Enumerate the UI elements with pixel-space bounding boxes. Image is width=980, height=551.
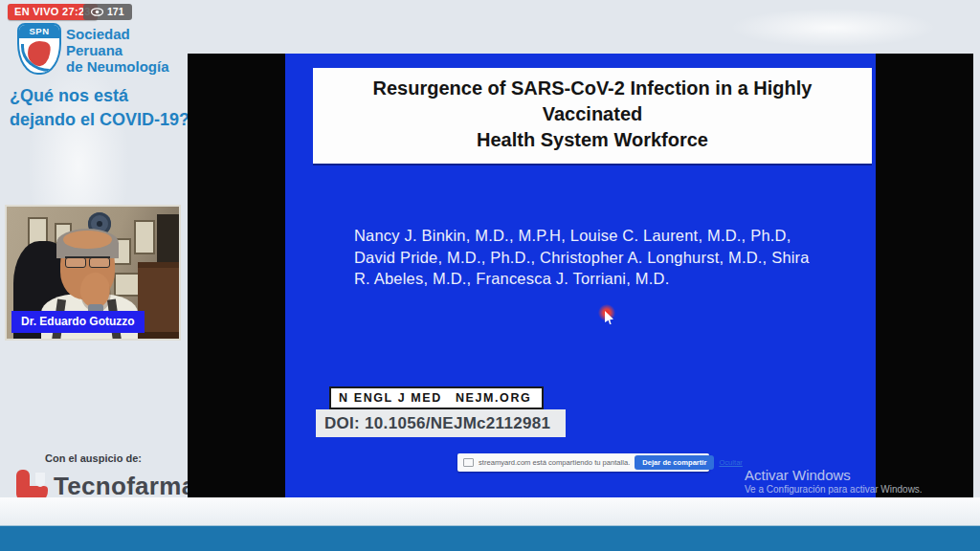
spn-acronym: SPN: [19, 25, 59, 38]
viewer-count: 171: [107, 6, 124, 17]
journal-site: NEJM.ORG: [456, 391, 531, 405]
windows-activation-watermark-subtitle: Ve a Configuración para activar Windows.: [745, 484, 923, 495]
footer-bar: [0, 525, 980, 551]
event-tagline: ¿Qué nos está dejando el COVID-19?: [10, 84, 189, 132]
org-name: Sociedad Peruana de Neumología: [66, 26, 169, 75]
org-name-line: Peruana: [66, 42, 169, 58]
sponsor-heading: Con el auspicio de:: [0, 452, 187, 464]
event-tagline-line: ¿Qué nos está: [10, 84, 189, 108]
journal-reference: N ENGL J MED NEJM.ORG: [329, 386, 544, 409]
logo-shape: [35, 473, 45, 487]
viewer-count-badge: 171: [83, 4, 132, 20]
livestream-frame: EN VIVO 27:23 171 SPN Sociedad Peruana d…: [0, 0, 980, 551]
spn-logo-icon: SPN: [17, 23, 61, 75]
speaker-glasses: [65, 256, 110, 269]
windows-activation-watermark-title: Activar Windows: [745, 467, 851, 483]
wall-frame: [134, 220, 155, 254]
eye-icon: [91, 8, 103, 16]
slide-authors: Nancy J. Binkin, M.D., M.P.H, Louise C. …: [354, 225, 833, 290]
share-message: streamyard.com está compartiendo tu pant…: [479, 458, 630, 467]
logo-swoosh: [21, 44, 53, 72]
author-line: David Pride, M.D., Ph.D., Christopher A.…: [354, 247, 833, 269]
speaker-name-label: Dr. Eduardo Gotuzzo: [11, 311, 145, 333]
slide-title-line: Health System Workforce: [324, 127, 860, 153]
event-tagline-line: dejando el COVID-19?: [10, 108, 189, 132]
doi-reference: DOI: 10.1056/NEJMc2112981: [316, 409, 566, 437]
journal-name: N ENGL J MED: [339, 391, 442, 405]
bookshelf: [157, 214, 179, 267]
slide-title-line: Resurgence of SARS-CoV-2 Infection in a …: [324, 76, 860, 127]
screen-share-notification-bar: streamyard.com está compartiendo tu pant…: [457, 453, 709, 472]
stop-sharing-button[interactable]: Dejar de compartir: [635, 455, 714, 470]
org-name-line: de Neumología: [66, 58, 169, 75]
org-name-line: Sociedad: [66, 26, 169, 42]
monitor-icon: [463, 458, 474, 467]
slide-title: Resurgence of SARS-CoV-2 Infection in a …: [313, 68, 872, 164]
author-line: R. Abeles, M.D., Francesca J. Torriani, …: [354, 268, 833, 290]
presentation-slide: Resurgence of SARS-CoV-2 Infection in a …: [285, 54, 876, 497]
author-line: Nancy J. Binkin, M.D., M.P.H, Louise C. …: [354, 225, 833, 247]
hide-link[interactable]: Ocultar: [719, 458, 742, 467]
speaker-webcam-video: Dr. Eduardo Gotuzzo: [5, 205, 181, 341]
speaker-forehead: [63, 231, 111, 249]
bottom-light-band: [0, 497, 980, 525]
